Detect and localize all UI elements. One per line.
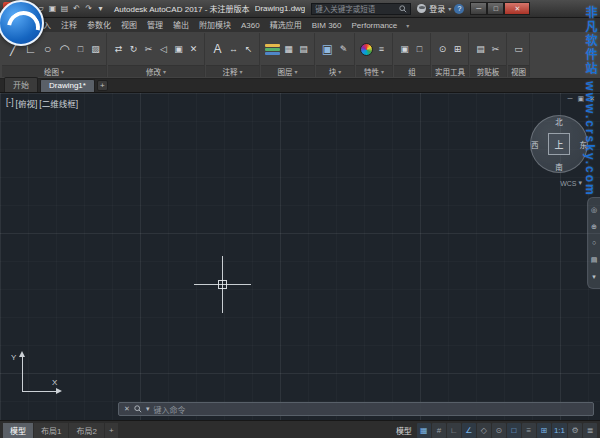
hatch-icon[interactable]: ▨ xyxy=(89,42,102,56)
ribbon-tab-output[interactable]: 输出 xyxy=(168,17,194,32)
cut-icon[interactable]: ✂ xyxy=(489,42,502,56)
layer-state-icon[interactable]: ▦ xyxy=(282,42,295,56)
navigation-bar[interactable]: ◎ ⊕ ○ ▤ ▾ xyxy=(587,197,600,289)
match-properties-icon[interactable]: ≡ xyxy=(375,42,388,56)
ribbon-tab-featured-apps[interactable]: 精选应用 xyxy=(265,17,307,32)
save-icon[interactable]: ▣ xyxy=(47,3,58,15)
viewcube[interactable]: 北 南 西 东 上 xyxy=(530,115,588,173)
sign-in-caret-icon[interactable]: ▾ xyxy=(448,5,451,12)
zoom-icon[interactable]: ○ xyxy=(592,239,596,246)
model-tab[interactable]: 模型 xyxy=(3,423,33,438)
help-search-box[interactable]: 键入关键字或短语 xyxy=(311,3,411,15)
viewcube-north[interactable]: 北 xyxy=(555,116,563,127)
drawing1-tab[interactable]: Drawing1* xyxy=(40,79,95,92)
quick-select-icon[interactable]: ⊞ xyxy=(451,42,464,56)
move-icon[interactable]: ⇄ xyxy=(112,42,125,56)
rectangle-icon[interactable]: □ xyxy=(74,42,87,56)
group-icon[interactable]: ▣ xyxy=(398,42,411,56)
copy-icon[interactable]: ▣ xyxy=(172,42,185,56)
lineweight-toggle[interactable]: ≡ xyxy=(522,423,536,438)
panel-title-modify[interactable]: 修改 ▾ xyxy=(108,65,204,77)
wcs-menu[interactable]: WCS ▾ xyxy=(560,179,582,187)
panel-title-view[interactable]: 视图 xyxy=(508,65,529,77)
qat-menu-icon[interactable]: ▾ xyxy=(95,3,106,15)
help-icon[interactable]: ? xyxy=(454,4,464,14)
drawing-area[interactable]: [-] [俯视] [二维线框] ─ ▣ ✕ 北 南 西 东 上 WCS ▾ ◎ … xyxy=(0,93,600,420)
close-button[interactable]: ✕ xyxy=(504,2,530,15)
object-snap-tracking-toggle[interactable]: ⊙ xyxy=(492,423,506,438)
view-control[interactable]: [俯视] xyxy=(16,97,38,109)
panel-title-block[interactable]: 块 ▾ xyxy=(316,65,354,77)
ribbon-tab-parametric[interactable]: 参数化 xyxy=(82,17,116,32)
layout1-tab[interactable]: 布局1 xyxy=(34,423,68,438)
viewcube-south[interactable]: 南 xyxy=(555,161,563,172)
create-block-icon[interactable]: ✎ xyxy=(337,42,350,56)
polar-tracking-toggle[interactable]: ∠ xyxy=(462,423,476,438)
command-close-icon[interactable]: ✕ xyxy=(124,405,130,413)
ungroup-icon[interactable]: □ xyxy=(413,42,426,56)
search-icon[interactable] xyxy=(399,5,407,13)
snap-mode-toggle[interactable]: # xyxy=(432,423,446,438)
panel-title-annotation[interactable]: 注释 ▾ xyxy=(206,65,259,77)
mirror-icon[interactable]: ◁ xyxy=(157,42,170,56)
leader-icon[interactable]: ↖ xyxy=(242,42,255,56)
viewport-menu-control[interactable]: [-] xyxy=(6,97,14,109)
ribbon-tab-a360[interactable]: A360 xyxy=(236,19,265,32)
command-history-caret-icon[interactable]: ▾ xyxy=(146,405,150,413)
view-base-icon[interactable]: ▭ xyxy=(512,42,525,56)
sign-in-button[interactable]: 登录 xyxy=(429,3,445,14)
panel-title-utilities[interactable]: 实用工具 xyxy=(432,65,468,77)
navigation-wheel-icon[interactable]: ◎ xyxy=(591,206,597,213)
viewcube-top-face[interactable]: 上 xyxy=(548,133,570,155)
panel-title-clipboard[interactable]: 剪贴板 xyxy=(470,65,506,77)
start-tab[interactable]: 开始 xyxy=(4,77,38,92)
erase-icon[interactable]: ✕ xyxy=(187,42,200,56)
dynamic-input-toggle[interactable]: ⊞ xyxy=(537,423,551,438)
command-prompt-text[interactable]: 键入命令 xyxy=(153,404,185,415)
ribbon-tab-view[interactable]: 视图 xyxy=(116,17,142,32)
text-icon[interactable]: A xyxy=(210,39,225,59)
rotate-icon[interactable]: ↻ xyxy=(127,42,140,56)
ribbon-tab-bim360[interactable]: BIM 360 xyxy=(307,19,347,32)
ortho-mode-toggle[interactable]: ∟ xyxy=(447,423,461,438)
ribbon-tab-addins[interactable]: 附加模块 xyxy=(194,17,236,32)
object-snap-toggle[interactable]: □ xyxy=(507,423,521,438)
new-layout-button[interactable]: + xyxy=(105,423,118,438)
paste-icon[interactable]: ▤ xyxy=(474,42,487,56)
customize-menu-icon[interactable]: ≣ xyxy=(583,423,597,438)
plot-icon[interactable]: ▤ xyxy=(59,3,70,15)
layer-off-icon[interactable]: ▤ xyxy=(297,42,310,56)
viewcube-west[interactable]: 西 xyxy=(531,139,539,150)
circle-icon[interactable]: ○ xyxy=(40,39,55,59)
trim-icon[interactable]: ✂ xyxy=(142,42,155,56)
undo-icon[interactable]: ↶ xyxy=(71,3,82,15)
panel-title-groups[interactable]: 组 xyxy=(394,65,430,77)
visual-style-control[interactable]: [二维线框] xyxy=(39,97,78,109)
ribbon-tab-annotate[interactable]: 注释 xyxy=(56,17,82,32)
measure-icon[interactable]: ⊙ xyxy=(436,42,449,56)
redo-icon[interactable]: ↷ xyxy=(83,3,94,15)
panel-title-draw[interactable]: 绘图 ▾ xyxy=(2,65,106,77)
insert-block-icon[interactable]: ▣ xyxy=(320,39,335,59)
arc-icon[interactable]: ◠ xyxy=(57,39,72,59)
dimension-icon[interactable]: ↔ xyxy=(227,42,240,56)
layout2-tab[interactable]: 布局2 xyxy=(69,423,103,438)
panel-title-properties[interactable]: 特性 ▾ xyxy=(356,65,392,77)
new-drawing-tab-button[interactable]: + xyxy=(97,80,108,91)
annotation-scale-control[interactable]: 1:1 xyxy=(552,423,567,438)
properties-wheel-icon[interactable] xyxy=(360,43,373,56)
maximize-button[interactable]: □ xyxy=(487,2,504,15)
command-line[interactable]: ✕ ▾ 键入命令 xyxy=(118,402,594,416)
orbit-icon[interactable]: ▤ xyxy=(591,256,598,263)
panel-title-layers[interactable]: 图层 ▾ xyxy=(261,65,314,77)
model-space-indicator[interactable]: 模型 xyxy=(392,425,416,436)
grid-display-toggle[interactable]: ▦ xyxy=(417,423,431,438)
workspace-gear-icon[interactable]: ⚙ xyxy=(568,423,582,438)
command-search-icon[interactable] xyxy=(134,405,142,413)
ribbon-tab-performance[interactable]: Performance xyxy=(346,19,402,32)
doc-minimize-icon[interactable]: ─ xyxy=(568,95,573,103)
minimize-button[interactable]: ─ xyxy=(470,2,487,15)
pan-icon[interactable]: ⊕ xyxy=(591,223,597,230)
ribbon-tab-manage[interactable]: 管理 xyxy=(142,17,168,32)
isometric-drafting-toggle[interactable]: ◇ xyxy=(477,423,491,438)
